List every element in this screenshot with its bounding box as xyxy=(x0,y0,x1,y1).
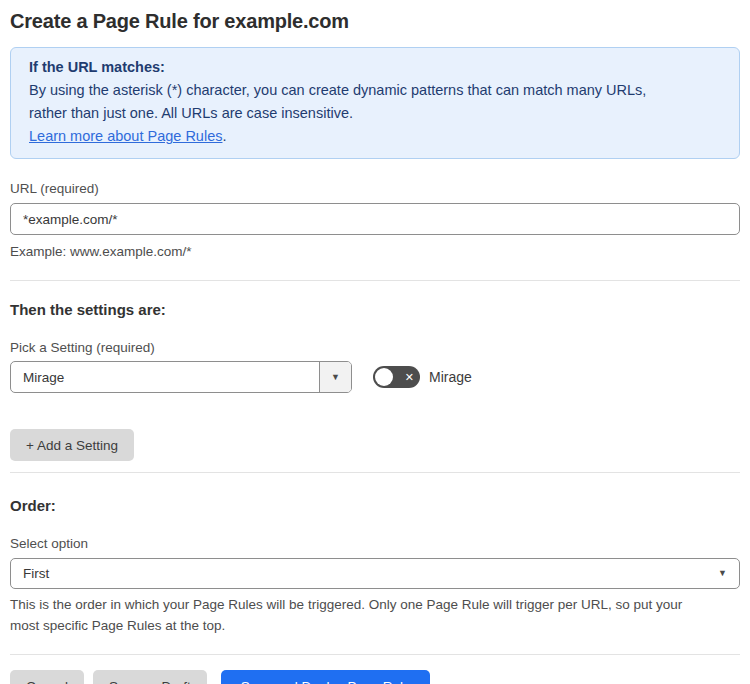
url-input[interactable] xyxy=(10,203,740,235)
divider xyxy=(10,472,740,473)
save-as-draft-button[interactable]: Save as Draft xyxy=(93,670,207,684)
chevron-down-icon: ▼ xyxy=(331,373,340,382)
mirage-toggle-label: Mirage xyxy=(429,369,472,385)
footer-actions: Cancel Save as Draft Save and Deploy Pag… xyxy=(10,670,740,684)
order-select-value: First xyxy=(23,566,49,581)
url-label: URL (required) xyxy=(10,181,740,196)
chevron-down-icon: ▼ xyxy=(718,569,727,578)
cancel-button[interactable]: Cancel xyxy=(10,670,84,684)
save-and-deploy-button[interactable]: Save and Deploy Page Rule xyxy=(221,670,431,684)
url-example-helper: Example: www.example.com/* xyxy=(10,241,740,262)
info-banner-body-line2: rather than just one. All URLs are case … xyxy=(29,102,721,125)
info-banner-body-line1: By using the asterisk (*) character, you… xyxy=(29,79,721,102)
learn-more-link[interactable]: Learn more about Page Rules xyxy=(29,128,222,144)
add-setting-button[interactable]: + Add a Setting xyxy=(10,429,134,461)
select-option-label: Select option xyxy=(10,536,740,551)
mirage-toggle[interactable]: ✕ xyxy=(373,366,420,388)
setting-dropdown-value: Mirage xyxy=(11,362,319,392)
order-helper-line1: This is the order in which your Page Rul… xyxy=(10,594,740,615)
link-suffix: . xyxy=(222,128,226,144)
setting-row: Mirage ▼ ✕ Mirage xyxy=(10,361,740,393)
divider xyxy=(10,654,740,655)
toggle-x-icon: ✕ xyxy=(405,372,414,383)
info-banner-heading: If the URL matches: xyxy=(29,56,721,79)
setting-dropdown[interactable]: Mirage ▼ xyxy=(10,361,352,393)
pick-setting-label: Pick a Setting (required) xyxy=(10,340,740,355)
info-banner: If the URL matches: By using the asteris… xyxy=(10,47,740,159)
toggle-knob xyxy=(375,368,393,386)
divider xyxy=(10,280,740,281)
create-page-rule-form: Create a Page Rule for example.com If th… xyxy=(0,9,750,684)
setting-dropdown-arrow-button[interactable]: ▼ xyxy=(319,362,351,392)
order-helper: This is the order in which your Page Rul… xyxy=(10,594,740,636)
settings-section-heading: Then the settings are: xyxy=(10,301,740,318)
order-section-heading: Order: xyxy=(10,497,740,514)
order-helper-line2: most specific Page Rules at the top. xyxy=(10,615,740,636)
page-title: Create a Page Rule for example.com xyxy=(10,9,740,33)
order-select[interactable]: First ▼ xyxy=(10,558,740,589)
